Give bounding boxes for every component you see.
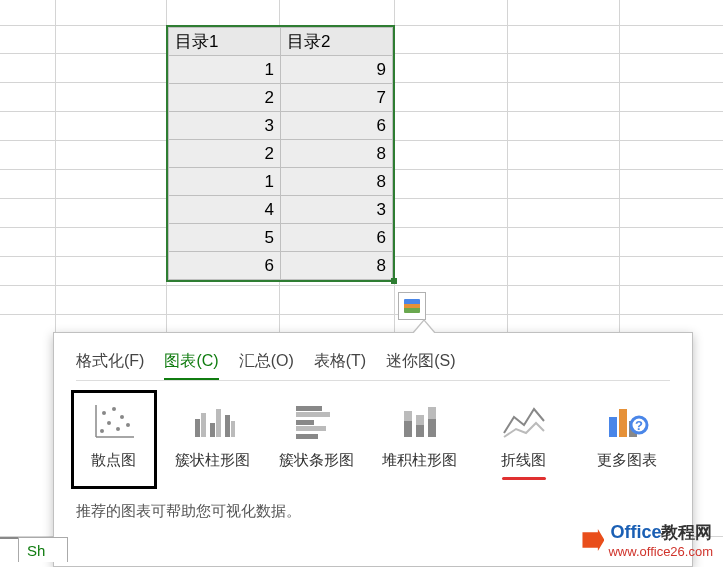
cell[interactable]: 2	[169, 84, 281, 112]
svg-rect-23	[416, 415, 424, 425]
tab-table[interactable]: 表格(T)	[314, 351, 366, 380]
cell[interactable]: 1	[169, 168, 281, 196]
svg-rect-14	[231, 421, 235, 437]
svg-rect-15	[296, 406, 322, 411]
cell[interactable]: 1	[169, 56, 281, 84]
more-charts-icon: ?	[599, 399, 655, 445]
tab-format[interactable]: 格式化(F)	[76, 351, 144, 380]
svg-point-2	[102, 411, 106, 415]
chart-option-label: 更多图表	[597, 451, 657, 469]
svg-rect-24	[428, 419, 436, 437]
chart-option-clustered-bar[interactable]: 簇状条形图	[274, 399, 360, 480]
svg-rect-11	[210, 423, 215, 437]
chart-option-scatter[interactable]: 散点图	[71, 390, 157, 489]
chart-option-stacked-column[interactable]: 堆积柱形图	[377, 399, 463, 480]
tab-sparkline[interactable]: 迷你图(S)	[386, 351, 455, 380]
watermark-logo-icon	[582, 529, 604, 551]
cell[interactable]: 9	[281, 56, 393, 84]
selected-data-range[interactable]: 目录1 目录2 19 27 36 28 18 43 56 68	[166, 25, 395, 282]
svg-rect-27	[619, 409, 627, 437]
svg-rect-21	[404, 411, 412, 421]
scatter-icon	[86, 399, 142, 445]
cell[interactable]: 8	[281, 140, 393, 168]
quick-analysis-button[interactable]	[398, 292, 426, 320]
watermark: Office教程网 www.office26.com	[582, 521, 713, 559]
svg-point-3	[112, 407, 116, 411]
clustered-column-icon	[185, 399, 241, 445]
svg-point-6	[116, 427, 120, 431]
svg-rect-9	[195, 419, 200, 437]
svg-rect-20	[404, 421, 412, 437]
cell[interactable]: 3	[281, 196, 393, 224]
chart-option-line[interactable]: 折线图	[481, 399, 567, 480]
panel-tabs: 格式化(F) 图表(C) 汇总(O) 表格(T) 迷你图(S)	[54, 333, 692, 380]
svg-rect-22	[416, 425, 424, 437]
svg-rect-10	[201, 413, 206, 437]
selection-handle[interactable]	[391, 278, 397, 284]
svg-rect-25	[428, 407, 436, 419]
chart-option-label: 堆积柱形图	[382, 451, 457, 469]
line-chart-icon	[496, 399, 552, 445]
hint-text: 推荐的图表可帮助您可视化数据。	[54, 490, 692, 521]
chart-option-label: 散点图	[91, 451, 136, 469]
svg-rect-12	[216, 409, 221, 437]
chart-option-clustered-column[interactable]: 簇状柱形图	[170, 399, 256, 480]
tab-total[interactable]: 汇总(O)	[239, 351, 294, 380]
svg-text:?: ?	[635, 418, 643, 433]
cell[interactable]: 6	[281, 224, 393, 252]
cell[interactable]: 7	[281, 84, 393, 112]
chart-option-more[interactable]: ? 更多图表	[584, 399, 670, 480]
column-header[interactable]: 目录1	[169, 28, 281, 56]
quick-analysis-icon	[404, 299, 420, 313]
svg-rect-18	[296, 426, 326, 431]
clustered-bar-icon	[288, 399, 344, 445]
column-header[interactable]: 目录2	[281, 28, 393, 56]
highlight-underline	[502, 477, 546, 480]
sheet-tab[interactable]: Sh	[18, 537, 68, 562]
callout-arrow	[412, 319, 436, 333]
svg-point-7	[126, 423, 130, 427]
chart-option-label: 簇状条形图	[279, 451, 354, 469]
svg-rect-13	[225, 415, 230, 437]
chart-option-label: 折线图	[501, 451, 546, 469]
stacked-column-icon	[392, 399, 448, 445]
svg-point-4	[107, 421, 111, 425]
chart-option-label: 簇状柱形图	[175, 451, 250, 469]
cell[interactable]: 5	[169, 224, 281, 252]
cell[interactable]: 2	[169, 140, 281, 168]
cell[interactable]: 4	[169, 196, 281, 224]
cell[interactable]: 6	[169, 252, 281, 280]
cell[interactable]: 8	[281, 252, 393, 280]
cell[interactable]: 6	[281, 112, 393, 140]
svg-point-8	[100, 429, 104, 433]
cell[interactable]: 8	[281, 168, 393, 196]
watermark-url: www.office26.com	[608, 544, 713, 559]
svg-rect-17	[296, 420, 314, 425]
cell[interactable]: 3	[169, 112, 281, 140]
watermark-brand: Office	[610, 522, 661, 542]
svg-rect-26	[609, 417, 617, 437]
svg-rect-19	[296, 434, 318, 439]
svg-rect-16	[296, 412, 330, 417]
tab-chart[interactable]: 图表(C)	[164, 351, 218, 380]
chart-options-row: 散点图 簇状柱形图 簇状条形图	[54, 381, 692, 490]
svg-point-5	[120, 415, 124, 419]
